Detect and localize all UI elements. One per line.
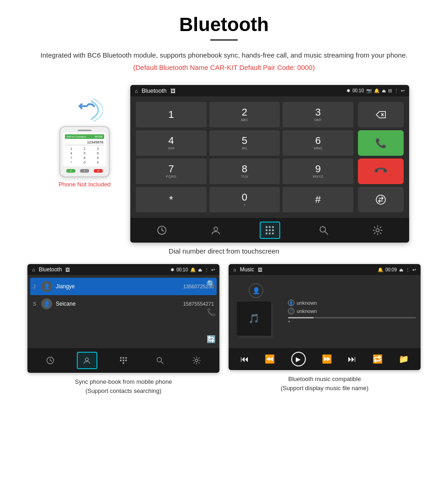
page-title: Bluetooth	[27, 14, 421, 36]
dial-key-0[interactable]: 0 +	[209, 187, 280, 212]
phone-number-display: 12345678	[65, 140, 104, 145]
pb-nav-search2[interactable]	[150, 352, 171, 369]
swap-icon	[376, 195, 386, 205]
dial-key-4[interactable]: 4 GHI	[136, 130, 207, 156]
search-icon-pb[interactable]: 🔍	[207, 280, 216, 288]
svg-point-3	[376, 195, 385, 204]
back-icon-pb: ↩	[211, 267, 215, 272]
contact-row-seicane[interactable]: S 👤 Seicane 15875554271	[30, 295, 217, 312]
phone-call-btn: ✆	[66, 169, 75, 173]
music-screen: ⌂ Music 🖼 🔔 00:09 ⏏ ⋮ ↩	[229, 264, 421, 370]
call-button[interactable]: 📞	[358, 130, 404, 156]
dial-key-5[interactable]: 5 JKL	[209, 130, 280, 156]
phonebook-caption-line2: (Support contacts searching)	[85, 387, 161, 394]
swap-button[interactable]	[358, 187, 404, 212]
home-icon-mu: ⌂	[233, 267, 236, 272]
dial-key-3[interactable]: 3 DEF	[283, 102, 353, 127]
eject-icon-mu: ⏏	[399, 267, 403, 272]
nav-dialpad[interactable]	[260, 222, 280, 239]
pb-nav-dialpad[interactable]	[113, 352, 134, 369]
image-icon-mu: 🖼	[258, 267, 262, 272]
backspace-icon	[376, 111, 386, 118]
forward-button[interactable]: ⏩	[322, 354, 332, 364]
svg-rect-24	[123, 360, 124, 361]
music-status-bar: ⌂ Music 🖼 🔔 00:09 ⏏ ⋮ ↩	[229, 264, 421, 275]
play-button[interactable]: ▶	[291, 352, 306, 366]
phone-end-btn: ✕	[80, 169, 89, 173]
dial-key-8[interactable]: 8 TUV	[209, 159, 280, 184]
dial-key-1[interactable]: 1	[136, 102, 207, 127]
vol-icon-mu: 🔔	[378, 267, 383, 272]
pb-nav-contacts[interactable]	[77, 352, 97, 369]
nav-contacts[interactable]	[206, 222, 226, 239]
call-icon: 📞	[375, 138, 387, 148]
car-screen-large: ⌂ Bluetooth 🖼 ✱ 00:10 📷 🔔 ⏏ ⊟ ⋮ ↩	[130, 85, 409, 243]
artist2-label: unknown	[297, 308, 317, 314]
svg-rect-25	[125, 360, 127, 361]
dial-key-2[interactable]: 2 ABC	[209, 102, 280, 127]
nav-search[interactable]	[314, 222, 334, 239]
phonebook-list: J 👤 Jiangye 13560725230 S 👤 Seicane 1587…	[27, 275, 219, 348]
phonebook-caption-line1: Sync phone-book from mobile phone	[75, 378, 172, 385]
pb-time: 00:10	[176, 267, 188, 272]
dial-key-star[interactable]: *	[136, 187, 207, 212]
rewind-button[interactable]: ⏪	[265, 354, 275, 364]
music-caption-line2: (Support display music file name)	[281, 385, 368, 392]
phonebook-nav-bar	[27, 348, 219, 373]
music-item: ⌂ Music 🖼 🔔 00:09 ⏏ ⋮ ↩	[229, 264, 421, 395]
svg-rect-23	[120, 360, 122, 361]
bluetooth-status-icon: ✱	[347, 88, 350, 93]
phone-not-included: Phone Not Included	[59, 181, 111, 188]
phone-green-bar: Add to Contacts MORE	[65, 134, 104, 139]
dial-key-hash[interactable]: #	[283, 187, 353, 212]
call-icon-pb[interactable]: 📞	[207, 308, 216, 317]
pair-code-text: (Default Bluetooth Name CAR-KIT Default …	[27, 64, 421, 71]
person-icon	[211, 225, 221, 235]
progress-fill	[288, 317, 314, 318]
bottom-section: ⌂ Bluetooth 🖼 ✱ 00:10 🔔 ⏏ ⋮ ↩	[27, 264, 421, 395]
prev-button[interactable]: ⏮	[240, 355, 249, 364]
clock-icon	[157, 225, 167, 235]
subtitle-text: Integrated with BC6 Bluetooth module, su…	[27, 50, 421, 61]
nav-settings[interactable]	[368, 222, 388, 239]
music-content: 👤 🎵 👤 unknown	[229, 275, 421, 348]
dialpad-icon-pb	[119, 356, 128, 365]
svg-point-27	[157, 357, 161, 362]
next-button[interactable]: ⏭	[348, 355, 356, 364]
menu-icon-mu: ⋮	[405, 267, 410, 272]
svg-line-28	[161, 361, 163, 364]
search-icon	[319, 225, 329, 235]
pb-nav-recents[interactable]	[40, 352, 61, 369]
clock-icon-pb	[46, 356, 54, 365]
pb-nav-settings[interactable]	[187, 352, 207, 369]
phone-speaker	[78, 130, 91, 131]
contact-row-jiangye[interactable]: J 👤 Jiangye 13560725230	[30, 278, 217, 295]
phone-screen: Add to Contacts MORE 12345678 1 2 3 4 5 …	[63, 132, 106, 166]
image-icon-pb: 🖼	[65, 267, 70, 272]
music-label: Music	[240, 266, 254, 273]
hangup-button[interactable]: 📞	[358, 159, 404, 184]
search-icon-pb	[156, 356, 164, 365]
svg-point-5	[214, 227, 218, 231]
svg-point-17	[376, 229, 379, 232]
delete-button[interactable]	[358, 102, 404, 127]
repeat-button[interactable]: 🔁	[373, 354, 383, 364]
svg-rect-12	[266, 233, 267, 234]
music-caption: Bluetooth music compatible (Support disp…	[229, 375, 421, 392]
dial-key-7[interactable]: 7 PQRS	[136, 159, 207, 184]
dial-key-9[interactable]: 9 WXYZ	[283, 159, 353, 184]
phone-keypad: 1 2 3 4 5 6 7 8 9 * 0 #	[65, 147, 104, 164]
artist1-icon: 👤	[288, 300, 294, 306]
folder-button[interactable]: 📁	[399, 354, 409, 364]
svg-rect-7	[269, 226, 271, 228]
svg-rect-11	[272, 229, 274, 231]
svg-rect-9	[266, 229, 267, 231]
dial-key-6[interactable]: 6 MNO	[283, 130, 353, 156]
music-caption-line1: Bluetooth music compatible	[288, 376, 361, 382]
refresh-icon-pb[interactable]: 🔄	[207, 335, 216, 344]
nav-recents[interactable]	[152, 222, 172, 239]
phone-bottom-bar: ✆ ✕ ✆	[63, 168, 106, 174]
bt-icon-pb: ✱	[171, 267, 174, 272]
phonebook-screen: ⌂ Bluetooth 🖼 ✱ 00:10 🔔 ⏏ ⋮ ↩	[27, 264, 219, 373]
svg-point-15	[320, 227, 325, 232]
